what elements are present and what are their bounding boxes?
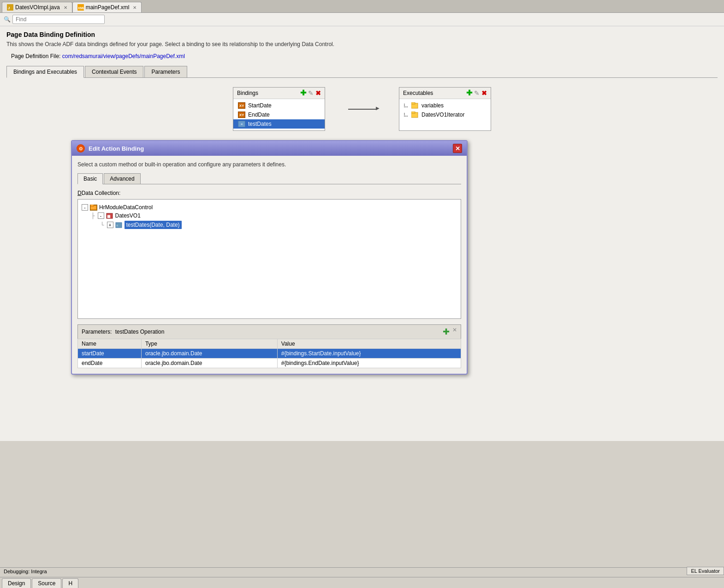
executable-variables[interactable]: variables	[399, 101, 491, 110]
page-def-link[interactable]: com/redsamurai/view/pageDefs/mainPageDef…	[62, 53, 185, 59]
executables-title: Executables	[403, 90, 433, 96]
param-enddate-type: oracle.jbo.domain.Date	[141, 359, 277, 368]
modal-tabs: Basic Advanced	[77, 173, 461, 184]
col-type: Type	[141, 339, 277, 349]
binding-startdate-label: StartDate	[248, 102, 272, 109]
tree-node-datesvo1[interactable]: ├ - ▦ DatesVO1	[91, 212, 457, 220]
params-label: Parameters: testDates Operation	[82, 329, 164, 335]
data-collection-tree[interactable]: - HrModuleDataControl ├ -	[77, 199, 461, 319]
tab-main-page-close-icon[interactable]: ✕	[133, 5, 136, 10]
tree-node-testdates-label: testDates(Date, Date)	[125, 221, 182, 229]
modal-close-button[interactable]: ✕	[453, 144, 462, 153]
tab-contextual-events[interactable]: Contextual Events	[85, 66, 143, 77]
tab-parameters[interactable]: Parameters	[144, 66, 187, 77]
binding-grid-icon: ≡	[238, 121, 245, 127]
executables-header-icons: ✚ ✎ ✖	[466, 89, 487, 97]
svg-text:J: J	[8, 6, 10, 10]
xml-icon: XML	[77, 4, 84, 11]
param-startdate-type: oracle.jbo.domain.Date	[141, 349, 277, 359]
modal-desc: Select a custom method or built-in opera…	[77, 161, 461, 168]
params-operation: testDates Operation	[115, 329, 165, 335]
page-title: Page Data Binding Definition	[6, 31, 718, 38]
svg-rect-5	[411, 102, 415, 104]
tree-node-testdates[interactable]: └ + = testDates(Date, Date)	[100, 220, 457, 230]
tree-node-root[interactable]: - HrModuleDataControl	[82, 203, 457, 212]
variables-icon	[411, 102, 419, 109]
param-enddate-name: endDate	[78, 359, 142, 368]
executables-header: Executables ✚ ✎ ✖	[399, 88, 491, 99]
bindings-panel: Bindings ✚ ✎ ✖ XY StartDate XY EndDate ≡	[233, 87, 325, 131]
executables-add-icon[interactable]: ✚	[466, 89, 472, 97]
tree-node-root-label: HrModuleDataControl	[99, 204, 153, 211]
params-header: Parameters: testDates Operation ✚ ✕	[77, 324, 461, 339]
param-row-enddate[interactable]: endDate oracle.jbo.domain.Date #{binding…	[78, 359, 461, 368]
modal-overlay: ⊙ Edit Action Binding ✕ Select a custom …	[6, 140, 718, 375]
params-add-icon[interactable]: ✚	[443, 327, 450, 337]
modal-title: ⊙ Edit Action Binding	[77, 144, 144, 153]
page-def-label: Page Definition File:	[11, 53, 60, 59]
parameters-section: Parameters: testDates Operation ✚ ✕ Name	[77, 324, 461, 368]
connector-arrow	[348, 109, 376, 110]
tab-dates-vo[interactable]: J DatesVOImpl.java ✕	[2, 2, 72, 12]
svg-text:=: =	[116, 224, 118, 227]
params-header-row: Name Type Value	[78, 339, 461, 349]
param-startdate-name: startDate	[78, 349, 142, 359]
params-table: Name Type Value startDate oracle.jbo.dom…	[77, 339, 461, 368]
params-delete-icon[interactable]: ✕	[452, 327, 457, 337]
param-row-startdate[interactable]: startDate oracle.jbo.domain.Date #{bindi…	[78, 349, 461, 359]
tab-close-icon[interactable]: ✕	[64, 5, 67, 10]
tab-bindings-executables[interactable]: Bindings and Executables	[6, 66, 84, 78]
connector	[344, 87, 380, 131]
data-collection-label: DData Collection:	[77, 190, 461, 196]
tab-main-page[interactable]: XML mainPageDef.xml ✕	[72, 2, 142, 12]
search-bar: 🔍	[0, 13, 724, 26]
modal-tab-advanced[interactable]: Advanced	[104, 173, 140, 184]
tree-datesvo1-icon: ▦	[106, 213, 113, 219]
binding-enddate[interactable]: XY EndDate	[233, 110, 325, 119]
modal-title-icon: ⊙	[77, 144, 85, 153]
modal-titlebar: ⊙ Edit Action Binding ✕	[72, 141, 467, 156]
iterator-icon	[411, 112, 419, 118]
content-tabs: Bindings and Executables Contextual Even…	[6, 66, 718, 78]
search-icon: 🔍	[4, 16, 11, 23]
param-startdate-value: #{bindings.StartDate.inputValue}	[277, 349, 461, 359]
tree-node-datesvo1-label: DatesVO1	[115, 212, 141, 219]
diagram-area: Bindings ✚ ✎ ✖ XY StartDate XY EndDate ≡	[6, 87, 718, 131]
binding-startdate[interactable]: XY StartDate	[233, 101, 325, 110]
bindings-delete-icon[interactable]: ✖	[315, 90, 321, 96]
bindings-add-icon[interactable]: ✚	[300, 89, 306, 97]
main-content: Page Data Binding Definition This shows …	[0, 26, 724, 441]
tab-bar: J DatesVOImpl.java ✕ XML mainPageDef.xml…	[0, 0, 724, 13]
executables-items: variables DatesVO1Iterator	[399, 99, 491, 121]
java-icon: J	[7, 4, 13, 11]
tab-main-page-label: mainPageDef.xml	[86, 4, 130, 11]
bindings-items: XY StartDate XY EndDate ≡ testDates	[233, 99, 325, 130]
binding-enddate-label: EndDate	[248, 112, 270, 118]
search-input[interactable]	[12, 15, 105, 24]
modal-body: Select a custom method or built-in opera…	[72, 156, 467, 374]
tree-expand-root[interactable]: -	[82, 204, 88, 211]
modal-dialog: ⊙ Edit Action Binding ✕ Select a custom …	[71, 140, 468, 375]
svg-text:XML: XML	[78, 6, 84, 10]
executables-delete-icon[interactable]: ✖	[481, 90, 487, 96]
svg-text:▦: ▦	[107, 214, 111, 218]
col-name: Name	[78, 339, 142, 349]
binding-testdates[interactable]: ≡ testDates	[233, 119, 325, 129]
page-desc: This shows the Oracle ADF data bindings …	[6, 41, 718, 47]
bindings-header-icons: ✚ ✎ ✖	[300, 89, 321, 97]
modal-tab-basic[interactable]: Basic	[77, 173, 103, 184]
binding-testdates-label: testDates	[248, 121, 272, 127]
bindings-edit-icon[interactable]: ✎	[308, 90, 314, 96]
tree-folder-root-icon	[90, 205, 97, 211]
tree-expand-datesvo1[interactable]: -	[98, 212, 104, 219]
bindings-header: Bindings ✚ ✎ ✖	[233, 88, 325, 99]
binding-xy-icon-2: XY	[238, 112, 245, 118]
bindings-title: Bindings	[237, 90, 258, 96]
params-icons: ✚ ✕	[443, 327, 457, 337]
executables-edit-icon[interactable]: ✎	[474, 90, 480, 96]
tree-expand-testdates[interactable]: +	[107, 222, 113, 228]
col-value: Value	[277, 339, 461, 349]
executable-datesvo1iterator[interactable]: DatesVO1Iterator	[399, 110, 491, 119]
executable-variables-label: variables	[421, 102, 444, 109]
tree-testdates-icon: =	[115, 222, 123, 228]
